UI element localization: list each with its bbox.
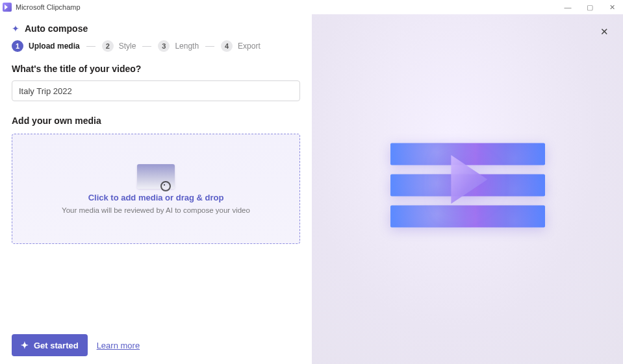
step-label: Style — [119, 42, 136, 51]
dropzone-main-text: Click to add media or drag & drop — [88, 193, 224, 202]
step-label: Export — [238, 42, 261, 51]
step-number: 4 — [221, 40, 233, 52]
dropzone-sub-text: Your media will be reviewed by AI to com… — [62, 206, 250, 214]
media-dropzone[interactable]: Click to add media or drag & drop Your m… — [12, 134, 300, 244]
sparkle-icon: ✦ — [21, 340, 29, 350]
feature-title: Auto compose — [25, 23, 88, 34]
preview-bar — [390, 205, 545, 227]
step-label: Length — [175, 42, 199, 51]
video-title-input[interactable] — [12, 80, 300, 101]
app-title: Microsoft Clipchamp — [16, 3, 81, 11]
footer: ✦ Get started Learn more — [12, 334, 140, 356]
play-icon — [442, 150, 494, 208]
get-started-button[interactable]: ✦ Get started — [12, 334, 88, 356]
dropzone-thumbnail-icon — [137, 164, 175, 189]
maximize-button[interactable]: ▢ — [579, 0, 601, 14]
button-label: Get started — [34, 341, 79, 350]
app-icon — [3, 3, 12, 12]
close-button[interactable]: ✕ — [601, 0, 623, 14]
step-number: 1 — [12, 40, 23, 52]
minimize-button[interactable]: — — [557, 0, 579, 14]
step-separator — [86, 46, 95, 47]
media-section-label: Add your own media — [12, 115, 300, 126]
step-export[interactable]: 4 Export — [221, 40, 261, 52]
sparkle-icon: ✦ — [12, 23, 19, 34]
step-label: Upload media — [29, 42, 80, 51]
window-controls: — ▢ ✕ — [557, 0, 623, 14]
stepper: 1 Upload media 2 Style 3 Length 4 Export — [12, 40, 300, 52]
step-upload-media[interactable]: 1 Upload media — [12, 40, 80, 52]
titlebar: Microsoft Clipchamp — ▢ ✕ — [0, 0, 623, 14]
title-prompt: What's the title of your video? — [12, 64, 300, 74]
left-panel: ✦ Auto compose 1 Upload media 2 Style 3 … — [0, 14, 312, 364]
preview-graphic — [390, 143, 545, 227]
step-separator — [205, 46, 214, 47]
step-style[interactable]: 2 Style — [102, 40, 136, 52]
step-number: 2 — [102, 40, 114, 52]
step-separator — [142, 46, 151, 47]
feature-header: ✦ Auto compose — [12, 23, 300, 34]
step-number: 3 — [158, 40, 170, 52]
close-preview-button[interactable]: ✕ — [600, 26, 609, 38]
step-length[interactable]: 3 Length — [158, 40, 199, 52]
preview-panel: ✕ — [312, 14, 623, 364]
learn-more-link[interactable]: Learn more — [97, 341, 140, 350]
